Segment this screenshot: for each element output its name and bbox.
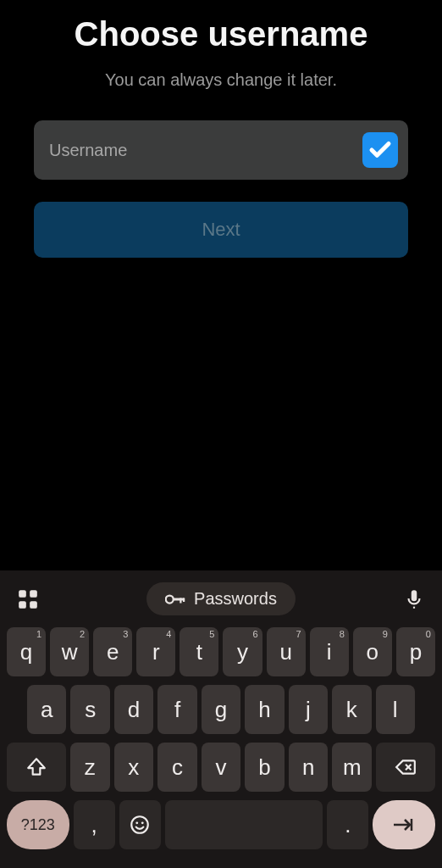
key-u[interactable]: u7 <box>267 627 306 676</box>
username-field-wrap[interactable] <box>34 120 408 180</box>
passwords-label: Passwords <box>194 589 277 609</box>
key-b[interactable]: b <box>245 743 285 792</box>
spacebar[interactable] <box>165 800 323 849</box>
key-i[interactable]: i8 <box>310 627 349 676</box>
svg-rect-2 <box>19 601 26 609</box>
key-f[interactable]: f <box>157 685 196 734</box>
svg-rect-6 <box>180 598 181 603</box>
key-w[interactable]: w2 <box>50 627 89 676</box>
key-v[interactable]: v <box>202 743 241 792</box>
passwords-chip[interactable]: Passwords <box>146 582 296 615</box>
svg-rect-3 <box>30 601 37 609</box>
signup-screen: Choose username You can always change it… <box>0 0 442 258</box>
key-d[interactable]: d <box>114 685 153 734</box>
page-title: Choose username <box>75 15 368 53</box>
key-m[interactable]: m <box>332 743 372 792</box>
svg-rect-7 <box>183 598 185 602</box>
apps-grid-icon[interactable] <box>14 588 42 610</box>
username-input[interactable] <box>49 141 362 160</box>
key-l[interactable]: l <box>376 685 415 734</box>
page-subtitle: You can always change it later. <box>105 70 337 90</box>
svg-rect-0 <box>19 590 26 598</box>
key-q[interactable]: q1 <box>7 627 46 676</box>
key-c[interactable]: c <box>157 743 197 792</box>
svg-point-12 <box>141 821 144 824</box>
comma-key[interactable]: , <box>74 800 115 849</box>
checkmark-icon <box>362 132 398 168</box>
key-x[interactable]: x <box>114 743 154 792</box>
key-e[interactable]: e3 <box>93 627 132 676</box>
svg-point-10 <box>131 816 148 833</box>
svg-point-11 <box>136 821 139 824</box>
key-g[interactable]: g <box>202 685 240 734</box>
enter-key[interactable] <box>373 800 435 849</box>
key-y[interactable]: y6 <box>223 627 262 676</box>
svg-point-4 <box>166 595 174 603</box>
emoji-key[interactable] <box>119 800 161 849</box>
key-a[interactable]: a <box>27 685 66 734</box>
mic-icon[interactable] <box>400 588 428 610</box>
key-r[interactable]: r4 <box>136 627 175 676</box>
key-j[interactable]: j <box>289 685 328 734</box>
key-k[interactable]: k <box>332 685 371 734</box>
svg-rect-1 <box>30 590 37 598</box>
key-n[interactable]: n <box>289 743 329 792</box>
key-h[interactable]: h <box>245 685 284 734</box>
soft-keyboard: Passwords q1w2e3r4t5y6u7i8o9p0 asdfghjkl… <box>0 570 442 868</box>
key-t[interactable]: t5 <box>180 627 218 676</box>
backspace-key[interactable] <box>376 743 435 792</box>
period-key[interactable]: . <box>327 800 368 849</box>
key-p[interactable]: p0 <box>396 627 435 676</box>
key-z[interactable]: z <box>70 743 110 792</box>
symbols-key[interactable]: ?123 <box>7 800 69 849</box>
svg-rect-5 <box>173 598 185 600</box>
shift-key[interactable] <box>7 743 66 792</box>
key-s[interactable]: s <box>70 685 109 734</box>
key-o[interactable]: o9 <box>353 627 392 676</box>
next-button[interactable]: Next <box>34 202 408 258</box>
